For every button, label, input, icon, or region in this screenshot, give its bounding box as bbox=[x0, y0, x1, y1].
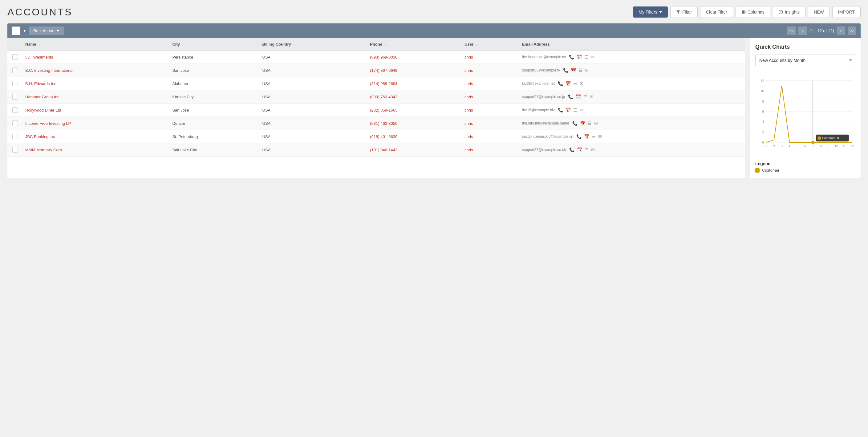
columns-button[interactable]: Columns bbox=[736, 6, 770, 18]
email-action-icon[interactable]: ✉ bbox=[590, 94, 594, 99]
row-phone-link[interactable]: (314) 988-2684 bbox=[370, 81, 397, 86]
user-sort-icon: ↑ bbox=[476, 43, 477, 46]
calendar-action-icon[interactable]: 📅 bbox=[565, 81, 571, 86]
row-user-link[interactable]: chris bbox=[464, 121, 473, 126]
table-header-name[interactable]: Name ↑ bbox=[20, 38, 167, 51]
row-name-link[interactable]: B.H. Edwards Inc bbox=[25, 81, 56, 86]
email-action-icon[interactable]: ✉ bbox=[585, 68, 589, 73]
list-action-icon[interactable]: ☰ bbox=[583, 94, 587, 99]
row-name-link[interactable]: Hollywood Diner Ltd bbox=[25, 108, 61, 113]
first-page-button[interactable]: << bbox=[787, 27, 796, 35]
svg-text:6: 6 bbox=[762, 110, 764, 113]
bulk-action-button[interactable]: Bulk Action bbox=[29, 27, 64, 35]
my-filters-button[interactable]: My Filters bbox=[633, 6, 668, 18]
clear-filter-button[interactable]: Clear Filter bbox=[700, 6, 733, 18]
email-action-icon[interactable]: ✉ bbox=[591, 147, 595, 152]
svg-text:7: 7 bbox=[812, 145, 814, 148]
phone-action-icon[interactable]: 📞 bbox=[569, 147, 575, 152]
row-name-cell: 5D Investments bbox=[20, 51, 167, 64]
calendar-action-icon[interactable]: 📅 bbox=[584, 134, 589, 139]
email-action-icon[interactable]: ✉ bbox=[580, 81, 583, 86]
row-phone-cell: (174) 897-6649 bbox=[365, 64, 460, 77]
phone-action-icon[interactable]: 📞 bbox=[569, 55, 574, 59]
import-button[interactable]: IMPORT bbox=[832, 6, 861, 18]
row-phone-link[interactable]: (918) 401-8639 bbox=[370, 134, 397, 139]
table-header-user[interactable]: User ↑ bbox=[460, 38, 517, 51]
calendar-action-icon[interactable]: 📅 bbox=[580, 121, 585, 126]
email-action-icon[interactable]: ✉ bbox=[591, 55, 594, 59]
row-checkbox[interactable] bbox=[12, 107, 18, 113]
row-checkbox[interactable] bbox=[12, 134, 18, 139]
row-user-link[interactable]: chris bbox=[464, 148, 473, 152]
row-phone-link[interactable]: (893) 969-8036 bbox=[370, 55, 397, 59]
phone-action-icon[interactable]: 📞 bbox=[576, 134, 582, 139]
phone-action-icon[interactable]: 📞 bbox=[558, 108, 563, 113]
row-user-link[interactable]: chris bbox=[464, 95, 473, 99]
row-user-link[interactable]: chris bbox=[464, 81, 473, 86]
email-action-icon[interactable]: ✉ bbox=[594, 121, 598, 126]
list-action-icon[interactable]: ☰ bbox=[573, 81, 577, 86]
svg-text:12: 12 bbox=[761, 79, 764, 83]
row-checkbox[interactable] bbox=[12, 94, 18, 99]
row-checkbox[interactable] bbox=[12, 147, 18, 152]
row-phone-link[interactable]: (031) 462-3050 bbox=[370, 121, 397, 126]
select-all-checkbox[interactable] bbox=[12, 27, 20, 35]
chart-select-wrapper: New Accounts by Month bbox=[755, 55, 855, 66]
row-email-cell: support37@example.co.uk 📞 📅 ☰ ✉ bbox=[517, 143, 745, 156]
next-page-button[interactable]: > bbox=[837, 27, 845, 35]
row-phone-link[interactable]: (989) 760-4343 bbox=[370, 95, 397, 99]
calendar-action-icon[interactable]: 📅 bbox=[565, 108, 571, 113]
list-action-icon[interactable]: ☰ bbox=[579, 68, 583, 73]
row-city-cell: Denver bbox=[167, 117, 257, 130]
list-action-icon[interactable]: ☰ bbox=[584, 55, 588, 59]
row-name-link[interactable]: 5D Investments bbox=[25, 55, 53, 59]
phone-action-icon[interactable]: 📞 bbox=[572, 121, 578, 126]
row-user-link[interactable]: chris bbox=[464, 108, 473, 113]
table-header-checkbox bbox=[7, 38, 20, 51]
chart-area: 0 2 4 6 8 10 12 bbox=[755, 71, 855, 157]
list-action-icon[interactable]: ☰ bbox=[592, 134, 596, 139]
row-user-link[interactable]: chris bbox=[464, 68, 473, 73]
last-page-button[interactable]: >> bbox=[848, 27, 856, 35]
filter-button[interactable]: Filter bbox=[670, 6, 698, 18]
calendar-action-icon[interactable]: 📅 bbox=[577, 55, 582, 59]
table-header-billing-country[interactable]: Billing Country ↑ bbox=[257, 38, 365, 51]
email-action-icon[interactable]: ✉ bbox=[580, 108, 583, 113]
calendar-action-icon[interactable]: 📅 bbox=[577, 147, 582, 152]
row-user-link[interactable]: chris bbox=[464, 134, 473, 139]
phone-action-icon[interactable]: 📞 bbox=[563, 68, 568, 73]
filter-icon bbox=[676, 10, 680, 14]
row-phone-link[interactable]: (232) 859-1665 bbox=[370, 108, 397, 113]
tooltip-text: Customer: 0 bbox=[822, 137, 839, 140]
email-action-icon[interactable]: ✉ bbox=[598, 134, 602, 139]
insights-button[interactable]: Insights bbox=[773, 6, 805, 18]
list-action-icon[interactable]: ☰ bbox=[573, 108, 577, 113]
row-user-cell: chris bbox=[460, 130, 517, 143]
row-billing-country-cell: USA bbox=[257, 90, 365, 104]
row-name-link[interactable]: Hammer Group Inc bbox=[25, 95, 59, 99]
row-checkbox[interactable] bbox=[12, 81, 18, 86]
chart-type-select[interactable]: New Accounts by Month bbox=[755, 55, 855, 66]
row-name-link[interactable]: B.C. Investing International bbox=[25, 68, 73, 73]
list-action-icon[interactable]: ☰ bbox=[585, 147, 589, 152]
row-checkbox[interactable] bbox=[12, 120, 18, 126]
phone-action-icon[interactable]: 📞 bbox=[558, 81, 563, 86]
row-phone-link[interactable]: (191) 946-1442 bbox=[370, 148, 397, 152]
list-action-icon[interactable]: ☰ bbox=[588, 121, 592, 126]
calendar-action-icon[interactable]: 📅 bbox=[576, 94, 581, 99]
row-checkbox[interactable] bbox=[12, 67, 18, 73]
row-user-link[interactable]: chris bbox=[464, 55, 473, 59]
new-button[interactable]: NEW bbox=[808, 6, 830, 18]
table-header-phone[interactable]: Phone ↑ bbox=[365, 38, 460, 51]
row-name-link[interactable]: Income Free Investing LP bbox=[25, 121, 71, 126]
prev-page-button[interactable]: < bbox=[798, 27, 807, 35]
row-name-link[interactable]: JBC Banking Inc bbox=[25, 134, 55, 139]
phone-action-icon[interactable]: 📞 bbox=[568, 94, 573, 99]
row-phone-link[interactable]: (174) 897-6649 bbox=[370, 68, 397, 73]
row-name-link[interactable]: MMM Mortuary Corp bbox=[25, 148, 62, 152]
row-name-cell: Hammer Group Inc bbox=[20, 90, 167, 104]
table-header-city[interactable]: City ↑ bbox=[167, 38, 257, 51]
row-checkbox[interactable] bbox=[12, 54, 18, 60]
svg-text:1: 1 bbox=[766, 145, 767, 148]
calendar-action-icon[interactable]: 📅 bbox=[571, 68, 576, 73]
